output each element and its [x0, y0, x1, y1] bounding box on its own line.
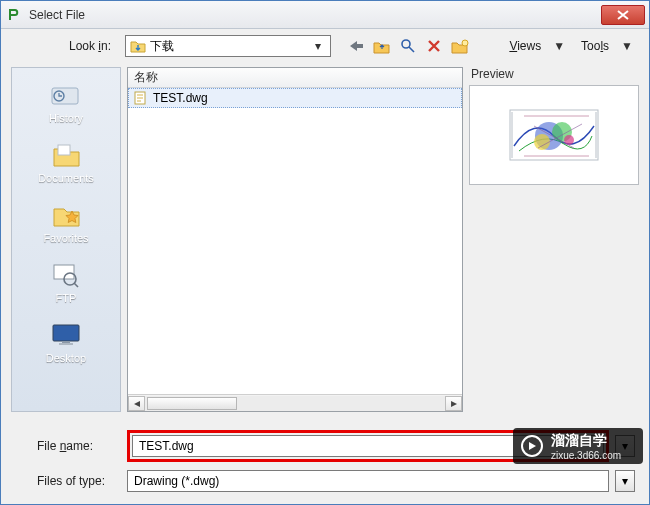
- tools-menu[interactable]: Tools: [577, 39, 613, 53]
- scroll-right-button[interactable]: ▸: [445, 396, 462, 411]
- svg-point-1: [402, 40, 410, 48]
- svg-rect-5: [58, 145, 70, 155]
- svg-rect-3: [52, 88, 78, 104]
- places-desktop[interactable]: Desktop: [12, 316, 120, 372]
- history-icon: [49, 80, 83, 110]
- filetype-value: Drawing (*.dwg): [134, 474, 219, 488]
- new-folder-icon[interactable]: [451, 37, 469, 55]
- close-button[interactable]: [601, 5, 645, 25]
- places-ftp-label: FTP: [56, 292, 77, 304]
- places-history[interactable]: History: [12, 76, 120, 132]
- svg-rect-9: [62, 341, 70, 343]
- desktop-icon: [49, 320, 83, 350]
- svg-rect-0: [357, 44, 363, 48]
- dialog-body: History Documents Favorites FTP: [1, 63, 649, 416]
- svg-point-16: [534, 134, 550, 150]
- places-documents-label: Documents: [38, 172, 94, 184]
- up-one-level-icon[interactable]: [373, 37, 391, 55]
- views-menu-caret-icon[interactable]: ▼: [553, 39, 565, 53]
- views-menu[interactable]: Views: [505, 39, 545, 53]
- watermark-overlay: 溜溜自学 zixue.3d66.com: [513, 428, 643, 464]
- file-list-row[interactable]: TEST.dwg: [128, 88, 462, 108]
- svg-rect-10: [59, 343, 73, 345]
- lookin-combo[interactable]: 下载 ▾: [125, 35, 331, 57]
- file-list[interactable]: 名称 TEST.dwg ◂ ▸: [127, 67, 463, 412]
- filetype-combo[interactable]: Drawing (*.dwg): [127, 470, 609, 492]
- preview-label: Preview: [469, 67, 639, 81]
- places-bar: History Documents Favorites FTP: [11, 67, 121, 412]
- file-list-h-scrollbar[interactable]: ◂ ▸: [128, 394, 462, 411]
- lookin-toolbar: Look in: 下载 ▾ Views: [1, 29, 649, 63]
- delete-icon[interactable]: [425, 37, 443, 55]
- places-desktop-label: Desktop: [46, 352, 86, 364]
- toolbar-icon-group: [347, 37, 469, 55]
- filename-value: TEST.dwg: [139, 439, 194, 453]
- scroll-left-button[interactable]: ◂: [128, 396, 145, 411]
- folder-download-icon: [130, 38, 146, 54]
- ftp-icon: [49, 260, 83, 290]
- lookin-label: Look in:: [11, 39, 119, 53]
- center-column: 名称 TEST.dwg ◂ ▸: [127, 67, 463, 412]
- filetype-dropdown-button[interactable]: ▾: [615, 470, 635, 492]
- watermark-title: 溜溜自学: [551, 432, 621, 450]
- svg-rect-8: [53, 325, 79, 341]
- places-ftp[interactable]: FTP: [12, 256, 120, 312]
- lookin-dropdown-icon[interactable]: ▾: [310, 39, 326, 53]
- back-icon[interactable]: [347, 37, 365, 55]
- filetype-row: Files of type: Drawing (*.dwg) ▾: [15, 470, 635, 492]
- watermark-url: zixue.3d66.com: [551, 450, 621, 461]
- tools-menu-caret-icon[interactable]: ▼: [621, 39, 633, 53]
- svg-point-2: [462, 40, 468, 46]
- scroll-track[interactable]: [145, 396, 445, 411]
- lookin-value: 下载: [150, 38, 310, 55]
- app-logo-icon: [7, 7, 23, 23]
- filename-label: File name:: [15, 439, 127, 453]
- titlebar: Select File: [1, 1, 649, 29]
- dwg-file-icon: [133, 90, 149, 106]
- preview-thumbnail: [494, 96, 614, 174]
- documents-icon: [49, 140, 83, 170]
- scroll-thumb[interactable]: [147, 397, 237, 410]
- favorites-icon: [49, 200, 83, 230]
- window-title: Select File: [29, 8, 85, 22]
- places-history-label: History: [49, 112, 83, 124]
- places-favorites[interactable]: Favorites: [12, 196, 120, 252]
- file-name-cell: TEST.dwg: [153, 91, 208, 105]
- play-icon: [521, 435, 543, 457]
- preview-panel: Preview: [469, 67, 639, 412]
- places-documents[interactable]: Documents: [12, 136, 120, 192]
- search-icon[interactable]: [399, 37, 417, 55]
- preview-box: [469, 85, 639, 185]
- filetype-label: Files of type:: [15, 474, 127, 488]
- file-list-header-name[interactable]: 名称: [128, 68, 462, 88]
- places-favorites-label: Favorites: [43, 232, 88, 244]
- select-file-dialog: Select File Look in: 下载 ▾: [0, 0, 650, 505]
